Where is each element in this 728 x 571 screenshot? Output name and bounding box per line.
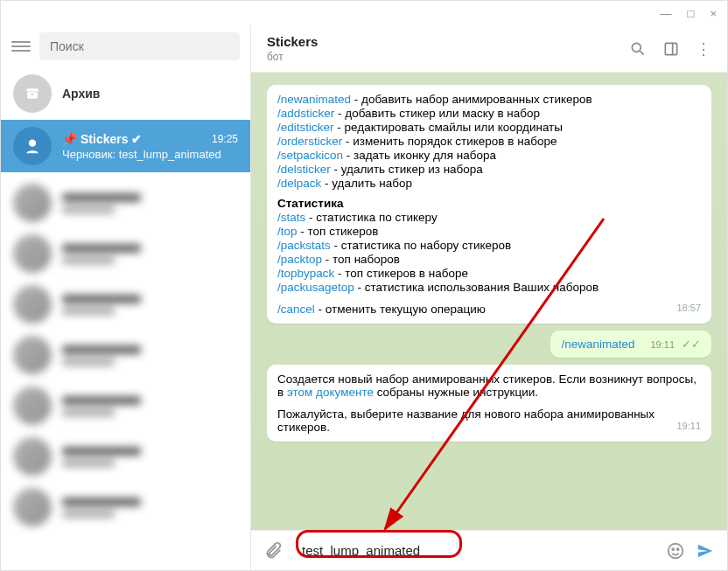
cmd-ordersticker[interactable]: /ordersticker [277, 135, 342, 148]
svg-point-2 [29, 140, 36, 147]
sidebar-toggle-icon[interactable] [662, 40, 680, 58]
cmd-editsticker[interactable]: /editsticker [277, 121, 334, 134]
message-input[interactable] [293, 538, 655, 563]
pin-icon: 📌 [62, 132, 77, 146]
sent-message: /newanimated 19:11 ✓✓ [550, 331, 711, 358]
search-input[interactable] [39, 32, 240, 60]
message-list[interactable]: /newanimated - добавить набор анимирован… [251, 73, 727, 530]
chat-panel: Stickers бот ⋮ /newanimated - добавить н… [251, 25, 727, 570]
cmd-packtop[interactable]: /packtop [277, 253, 322, 266]
avatar-stickers [13, 127, 52, 165]
chat-name: Stickers [80, 132, 128, 146]
cmd-stats[interactable]: /stats [277, 211, 305, 224]
svg-point-3 [632, 43, 640, 52]
cmd-packstats[interactable]: /packstats [277, 239, 331, 252]
archive-icon [13, 74, 52, 113]
draft-text: test_lump_animated [116, 148, 221, 161]
sidebar: Архив 📌 Stickers ✔ 19:25 Черновик: [1, 25, 251, 570]
svg-point-5 [668, 543, 683, 558]
window-titlebar: — □ × [1, 1, 727, 25]
send-icon[interactable] [696, 541, 715, 561]
sent-command[interactable]: /newanimated [561, 338, 634, 351]
window-maximize[interactable]: □ [688, 7, 695, 20]
chat-item-stickers[interactable]: 📌 Stickers ✔ 19:25 Черновик: test_lump_a… [1, 120, 250, 172]
svg-point-7 [677, 548, 679, 550]
cmd-setpackicon[interactable]: /setpackicon [277, 149, 343, 162]
cmd-delsticker[interactable]: /delsticker [277, 163, 331, 176]
search-icon[interactable] [629, 40, 647, 58]
cmd-addsticker[interactable]: /addsticker [277, 107, 334, 120]
cmd-newanimated[interactable]: /newanimated [277, 93, 351, 106]
svg-rect-1 [27, 92, 38, 99]
message-time: 19:11 [650, 339, 675, 350]
more-icon[interactable]: ⋮ [696, 39, 711, 59]
emoji-icon[interactable] [666, 541, 685, 561]
window-close[interactable]: × [710, 7, 717, 20]
stats-heading: Статистика [277, 197, 701, 210]
compose-row [251, 530, 727, 570]
archive-row[interactable]: Архив [1, 67, 250, 120]
read-check-icon: ✓✓ [682, 338, 701, 351]
svg-point-6 [672, 548, 674, 550]
attach-icon[interactable] [263, 541, 283, 561]
verified-icon: ✔ [131, 132, 142, 146]
chat-time: 19:25 [212, 133, 238, 145]
chat-header: Stickers бот ⋮ [251, 25, 727, 73]
cmd-topbypack[interactable]: /topbypack [277, 267, 334, 280]
draft-prefix: Черновик: [62, 148, 116, 161]
archive-label: Архив [62, 87, 100, 101]
menu-icon[interactable] [11, 38, 31, 54]
bot-commands-message: /newanimated - добавить набор анимирован… [267, 85, 711, 324]
svg-rect-0 [26, 88, 38, 91]
doc-link[interactable]: этом документе [287, 386, 374, 399]
cmd-delpack[interactable]: /delpack [277, 177, 321, 190]
cmd-cancel[interactable]: /cancel [277, 303, 315, 316]
svg-rect-4 [665, 43, 676, 54]
cmd-top[interactable]: /top [277, 225, 298, 238]
window-minimize[interactable]: — [661, 7, 672, 20]
cmd-packusagetop[interactable]: /packusagetop [277, 281, 354, 294]
message-time: 18:57 [676, 303, 701, 313]
chat-title[interactable]: Stickers [267, 34, 318, 49]
chat-list-blurred [1, 172, 250, 570]
bot-reply-message: Создается новый набор анимированных стик… [267, 365, 711, 442]
message-time: 19:11 [676, 421, 701, 431]
chat-subtitle: бот [267, 51, 318, 63]
